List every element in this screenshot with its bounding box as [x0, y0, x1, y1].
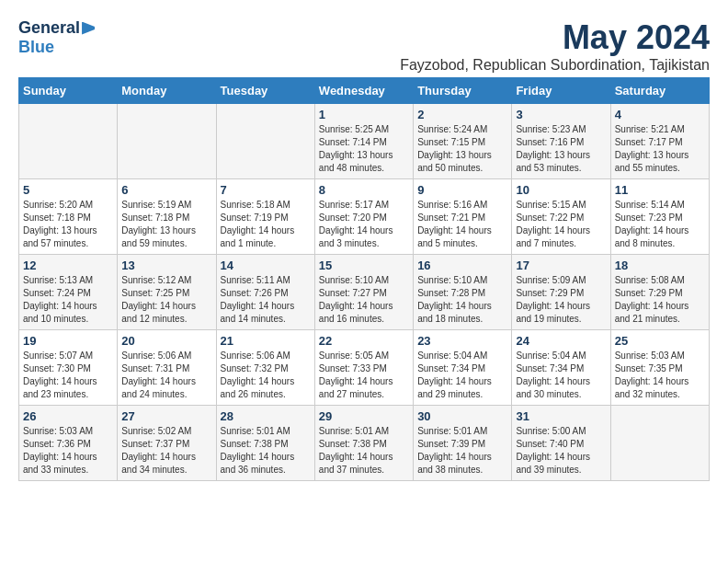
day-number: 11	[615, 183, 705, 197]
day-info: Sunrise: 5:13 AM Sunset: 7:24 PM Dayligh…	[23, 274, 113, 326]
logo-icon	[82, 22, 95, 35]
calendar-cell: 9Sunrise: 5:16 AM Sunset: 7:21 PM Daylig…	[414, 179, 512, 255]
day-info: Sunrise: 5:02 AM Sunset: 7:37 PM Dayligh…	[121, 425, 211, 477]
page-header: General Blue May 2024 Fayzobod, Republic…	[18, 18, 710, 74]
week-row-1: 5Sunrise: 5:20 AM Sunset: 7:18 PM Daylig…	[19, 179, 710, 255]
day-info: Sunrise: 5:18 AM Sunset: 7:19 PM Dayligh…	[221, 199, 311, 250]
calendar-cell: 11Sunrise: 5:14 AM Sunset: 7:23 PM Dayli…	[610, 179, 709, 255]
day-number: 14	[221, 259, 311, 272]
day-info: Sunrise: 5:19 AM Sunset: 7:18 PM Dayligh…	[121, 199, 211, 250]
day-number: 22	[319, 334, 409, 348]
day-info: Sunrise: 5:09 AM Sunset: 7:29 PM Dayligh…	[516, 274, 606, 326]
day-info: Sunrise: 5:04 AM Sunset: 7:34 PM Dayligh…	[516, 350, 606, 401]
day-number: 10	[516, 183, 606, 197]
calendar-cell: 21Sunrise: 5:06 AM Sunset: 7:32 PM Dayli…	[216, 330, 314, 406]
week-row-3: 19Sunrise: 5:07 AM Sunset: 7:30 PM Dayli…	[19, 330, 710, 406]
calendar-cell: 6Sunrise: 5:19 AM Sunset: 7:18 PM Daylig…	[118, 179, 216, 255]
day-info: Sunrise: 5:23 AM Sunset: 7:16 PM Dayligh…	[516, 123, 606, 175]
day-number: 27	[121, 409, 211, 423]
calendar-cell: 18Sunrise: 5:08 AM Sunset: 7:29 PM Dayli…	[610, 255, 709, 330]
day-number: 2	[417, 108, 507, 121]
calendar-cell: 13Sunrise: 5:12 AM Sunset: 7:25 PM Dayli…	[118, 255, 216, 330]
day-number: 7	[221, 183, 311, 197]
calendar-cell: 23Sunrise: 5:04 AM Sunset: 7:34 PM Dayli…	[414, 330, 512, 406]
calendar-cell: 29Sunrise: 5:01 AM Sunset: 7:38 PM Dayli…	[314, 406, 413, 481]
day-number: 23	[417, 334, 507, 348]
day-number: 6	[121, 183, 211, 197]
day-info: Sunrise: 5:04 AM Sunset: 7:34 PM Dayligh…	[417, 350, 507, 401]
calendar-cell: 14Sunrise: 5:11 AM Sunset: 7:26 PM Dayli…	[216, 255, 314, 330]
week-row-0: 1Sunrise: 5:25 AM Sunset: 7:14 PM Daylig…	[19, 104, 710, 179]
calendar-cell: 12Sunrise: 5:13 AM Sunset: 7:24 PM Dayli…	[19, 255, 118, 330]
calendar-cell: 20Sunrise: 5:06 AM Sunset: 7:31 PM Dayli…	[118, 330, 216, 406]
day-number: 4	[615, 108, 705, 121]
calendar-cell: 27Sunrise: 5:02 AM Sunset: 7:37 PM Dayli…	[118, 406, 216, 481]
calendar-cell: 10Sunrise: 5:15 AM Sunset: 7:22 PM Dayli…	[512, 179, 610, 255]
header-row: SundayMondayTuesdayWednesdayThursdayFrid…	[19, 78, 710, 104]
calendar-cell: 15Sunrise: 5:10 AM Sunset: 7:27 PM Dayli…	[314, 255, 413, 330]
day-number: 30	[417, 409, 507, 423]
day-info: Sunrise: 5:20 AM Sunset: 7:18 PM Dayligh…	[23, 199, 113, 250]
calendar-cell: 26Sunrise: 5:03 AM Sunset: 7:36 PM Dayli…	[19, 406, 118, 481]
day-number: 8	[319, 183, 409, 197]
logo-blue-text: Blue	[18, 38, 54, 56]
day-number: 18	[615, 259, 705, 272]
day-info: Sunrise: 5:21 AM Sunset: 7:17 PM Dayligh…	[615, 123, 705, 175]
day-number: 1	[319, 108, 409, 121]
calendar-cell	[118, 104, 216, 179]
day-info: Sunrise: 5:03 AM Sunset: 7:36 PM Dayligh…	[23, 425, 113, 477]
day-info: Sunrise: 5:16 AM Sunset: 7:21 PM Dayligh…	[417, 199, 507, 250]
logo-general-text: General	[18, 18, 80, 38]
week-row-4: 26Sunrise: 5:03 AM Sunset: 7:36 PM Dayli…	[19, 406, 710, 481]
calendar-cell: 22Sunrise: 5:05 AM Sunset: 7:33 PM Dayli…	[314, 330, 413, 406]
day-info: Sunrise: 5:06 AM Sunset: 7:32 PM Dayligh…	[221, 350, 311, 401]
calendar-cell: 7Sunrise: 5:18 AM Sunset: 7:19 PM Daylig…	[216, 179, 314, 255]
calendar-cell	[610, 406, 709, 481]
day-number: 17	[516, 259, 606, 272]
day-info: Sunrise: 5:05 AM Sunset: 7:33 PM Dayligh…	[319, 350, 409, 401]
day-info: Sunrise: 5:24 AM Sunset: 7:15 PM Dayligh…	[417, 123, 507, 175]
day-number: 13	[121, 259, 211, 272]
calendar-cell: 24Sunrise: 5:04 AM Sunset: 7:34 PM Dayli…	[512, 330, 610, 406]
day-info: Sunrise: 5:10 AM Sunset: 7:28 PM Dayligh…	[417, 274, 507, 326]
day-number: 20	[121, 334, 211, 348]
day-number: 3	[516, 108, 606, 121]
day-number: 24	[516, 334, 606, 348]
day-number: 28	[221, 409, 311, 423]
day-info: Sunrise: 5:01 AM Sunset: 7:39 PM Dayligh…	[417, 425, 507, 477]
day-number: 9	[417, 183, 507, 197]
calendar-cell	[216, 104, 314, 179]
calendar-cell: 30Sunrise: 5:01 AM Sunset: 7:39 PM Dayli…	[414, 406, 512, 481]
day-number: 31	[516, 409, 606, 423]
calendar-cell: 5Sunrise: 5:20 AM Sunset: 7:18 PM Daylig…	[19, 179, 118, 255]
calendar-cell: 8Sunrise: 5:17 AM Sunset: 7:20 PM Daylig…	[314, 179, 413, 255]
header-wednesday: Wednesday	[314, 78, 413, 104]
day-info: Sunrise: 5:00 AM Sunset: 7:40 PM Dayligh…	[516, 425, 606, 477]
day-number: 16	[417, 259, 507, 272]
header-monday: Monday	[118, 78, 216, 104]
calendar-cell: 3Sunrise: 5:23 AM Sunset: 7:16 PM Daylig…	[512, 104, 610, 179]
logo: General Blue	[18, 18, 95, 57]
day-info: Sunrise: 5:17 AM Sunset: 7:20 PM Dayligh…	[319, 199, 409, 250]
day-info: Sunrise: 5:07 AM Sunset: 7:30 PM Dayligh…	[23, 350, 113, 401]
day-info: Sunrise: 5:25 AM Sunset: 7:14 PM Dayligh…	[319, 123, 409, 175]
calendar-header: SundayMondayTuesdayWednesdayThursdayFrid…	[19, 78, 710, 104]
day-number: 5	[23, 183, 113, 197]
day-info: Sunrise: 5:03 AM Sunset: 7:35 PM Dayligh…	[615, 350, 705, 401]
calendar-cell: 1Sunrise: 5:25 AM Sunset: 7:14 PM Daylig…	[314, 104, 413, 179]
calendar-body: 1Sunrise: 5:25 AM Sunset: 7:14 PM Daylig…	[19, 104, 710, 481]
day-number: 26	[23, 409, 113, 423]
day-info: Sunrise: 5:12 AM Sunset: 7:25 PM Dayligh…	[121, 274, 211, 326]
header-saturday: Saturday	[610, 78, 709, 104]
calendar-cell: 31Sunrise: 5:00 AM Sunset: 7:40 PM Dayli…	[512, 406, 610, 481]
day-number: 29	[319, 409, 409, 423]
day-info: Sunrise: 5:10 AM Sunset: 7:27 PM Dayligh…	[319, 274, 409, 326]
subtitle: Fayzobod, Republican Subordination, Taji…	[400, 57, 710, 74]
calendar-cell: 19Sunrise: 5:07 AM Sunset: 7:30 PM Dayli…	[19, 330, 118, 406]
day-number: 25	[615, 334, 705, 348]
day-info: Sunrise: 5:01 AM Sunset: 7:38 PM Dayligh…	[221, 425, 311, 477]
day-number: 21	[221, 334, 311, 348]
day-number: 12	[23, 259, 113, 272]
week-row-2: 12Sunrise: 5:13 AM Sunset: 7:24 PM Dayli…	[19, 255, 710, 330]
day-info: Sunrise: 5:15 AM Sunset: 7:22 PM Dayligh…	[516, 199, 606, 250]
